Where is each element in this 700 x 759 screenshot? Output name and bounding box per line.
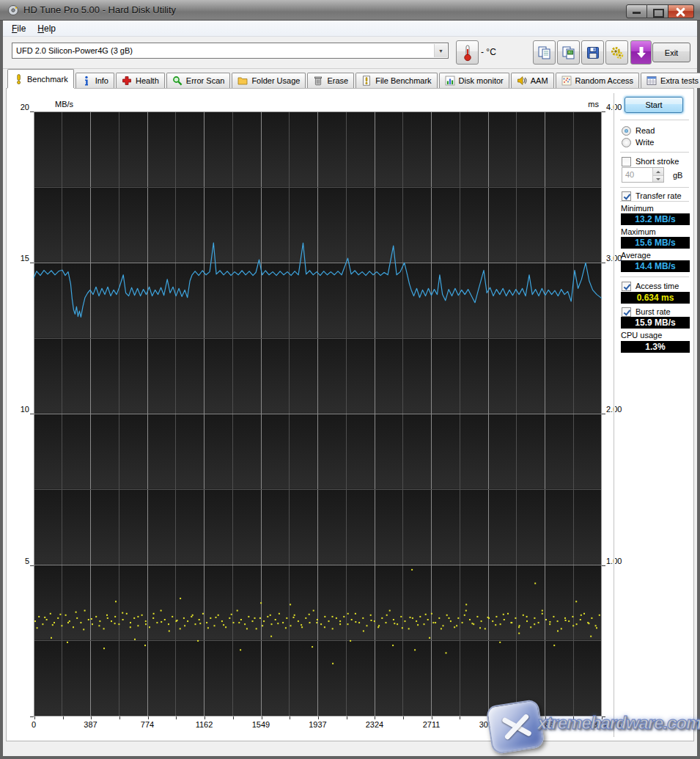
access-time-checkbox[interactable]: Access time <box>622 281 679 291</box>
benchmark-panel: MB/s ms 20 15 10 5 4.00 3.00 2.00 1.00 0… <box>6 88 694 741</box>
y-axis-left-labels: 20 15 10 5 <box>7 107 31 721</box>
capacity-unit-label: gB <box>673 171 682 180</box>
tab-disk-monitor[interactable]: Disk monitor <box>439 73 509 88</box>
tab-folder-usage[interactable]: Folder Usage <box>232 73 306 88</box>
tab-health[interactable]: Health <box>116 73 165 88</box>
checkbox-icon[interactable] <box>622 191 631 201</box>
cpu-usage-value: 1.3% <box>621 341 690 353</box>
bulb-exclamation-icon <box>13 74 23 84</box>
folder-icon <box>237 76 248 86</box>
access-time-value: 0.634 ms <box>621 292 690 304</box>
y-left-tick-marks <box>30 111 34 717</box>
average-value: 14.4 MB/s <box>621 260 690 272</box>
minimum-label: Minimum <box>621 204 654 213</box>
checkbox-icon[interactable] <box>622 307 631 317</box>
download-button[interactable] <box>630 40 652 65</box>
burst-rate-value: 15.9 MB/s <box>621 317 690 329</box>
app-window: HD Tune Pro 5.00 - Hard Disk Utility Fil… <box>0 0 700 759</box>
benchmark-plot <box>34 111 602 716</box>
info-icon <box>81 76 92 86</box>
trash-icon <box>313 76 323 86</box>
toolbar: UFD 2.0 Silicon-Power4G (3 gB) ▼ - °C <box>3 37 697 69</box>
tab-info[interactable]: Info <box>75 73 114 88</box>
x-axis-labels: 0 387 774 1162 1549 1937 2324 2711 3099 … <box>34 720 602 730</box>
y-left-unit: MB/s <box>55 100 73 109</box>
transfer-rate-checkbox[interactable]: Transfer rate <box>622 191 682 201</box>
speaker-icon <box>517 76 527 86</box>
average-label: Average <box>621 251 651 260</box>
magnifier-icon <box>172 76 183 86</box>
menu-help[interactable]: Help <box>32 22 62 35</box>
maximize-button[interactable] <box>647 4 668 18</box>
read-radio[interactable]: Read <box>622 125 655 136</box>
tab-aam[interactable]: AAM <box>511 73 554 88</box>
capacity-spinner[interactable]: 40 <box>622 167 664 183</box>
cpu-usage-label: CPU usage <box>621 331 662 340</box>
tab-extra-tests[interactable]: Extra tests <box>641 73 700 88</box>
maximum-label: Maximum <box>621 227 656 237</box>
menu-file[interactable]: File <box>6 22 32 35</box>
app-icon <box>7 4 19 16</box>
grid-chart-icon <box>646 76 657 86</box>
copy-image-icon <box>561 45 576 60</box>
save-button[interactable] <box>581 40 604 65</box>
start-button[interactable]: Start <box>625 97 683 113</box>
tab-random-access[interactable]: Random Access <box>556 73 639 88</box>
y-right-tick-marks <box>602 111 605 717</box>
radio-icon[interactable] <box>622 138 631 147</box>
save-icon <box>586 45 600 60</box>
gears-icon <box>610 45 625 60</box>
temperature-display: - °C <box>481 47 496 57</box>
file-exclamation-icon <box>361 76 372 86</box>
spinner-arrows[interactable] <box>652 168 663 182</box>
options-button[interactable] <box>605 40 628 65</box>
x-tick-marks <box>34 716 603 719</box>
tab-erase[interactable]: Erase <box>307 73 354 88</box>
temperature-button[interactable] <box>456 40 479 65</box>
minimize-button[interactable] <box>626 4 647 18</box>
copy-icon <box>537 45 552 60</box>
device-selector-value: UFD 2.0 Silicon-Power4G (3 gB) <box>16 46 133 55</box>
tab-error-scan[interactable]: Error Scan <box>166 73 231 88</box>
checkbox-icon[interactable] <box>622 282 631 291</box>
menubar: File Help <box>3 21 697 37</box>
exit-button[interactable]: Exit <box>652 43 690 62</box>
maximum-value: 15.6 MB/s <box>621 237 690 249</box>
short-stroke-checkbox[interactable]: Short stroke <box>622 156 679 166</box>
red-cross-icon <box>122 76 132 86</box>
radio-icon[interactable] <box>622 126 631 136</box>
thermometer-icon <box>463 44 473 62</box>
benchmark-controls: Start Read Write Short stroke 40 gB <box>617 89 693 740</box>
titlebar[interactable]: HD Tune Pro 5.00 - Hard Disk Utility <box>0 0 700 21</box>
copy-image-button[interactable] <box>557 40 580 65</box>
minimum-value: 13.2 MB/s <box>621 213 690 225</box>
dropdown-arrow-icon[interactable]: ▼ <box>434 44 447 57</box>
bar-chart-icon <box>445 76 455 86</box>
tab-file-benchmark[interactable]: File Benchmark <box>355 73 437 88</box>
download-arrow-icon <box>635 45 648 60</box>
checkbox-icon[interactable] <box>622 157 631 166</box>
scatter-icon <box>561 76 572 86</box>
window-title: HD Tune Pro 5.00 - Hard Disk Utility <box>23 4 176 15</box>
tabstrip: Benchmark Info Health Error Scan <box>7 70 700 88</box>
y-right-unit: ms <box>555 100 599 109</box>
copy-button[interactable] <box>533 40 556 65</box>
write-radio[interactable]: Write <box>622 137 654 147</box>
panel-divider <box>614 93 615 737</box>
tab-benchmark[interactable]: Benchmark <box>7 69 74 88</box>
close-button[interactable] <box>668 4 694 18</box>
device-selector[interactable]: UFD 2.0 Silicon-Power4G (3 gB) ▼ <box>12 43 449 59</box>
burst-rate-checkbox[interactable]: Burst rate <box>622 307 671 317</box>
